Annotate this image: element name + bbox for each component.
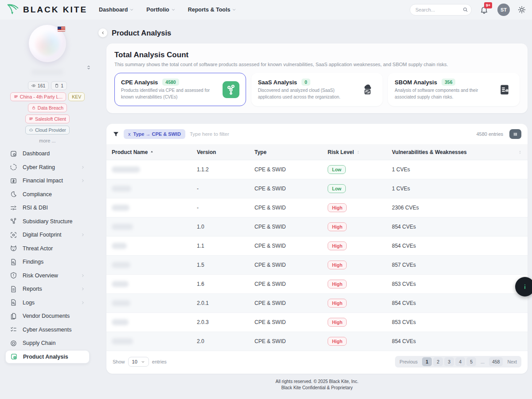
column-header-version[interactable]: Version bbox=[197, 149, 254, 155]
analysis-card-sbom-analysis[interactable]: SBOM Analysis356Analysis of software com… bbox=[388, 73, 520, 106]
analysis-card-cpe-analysis[interactable]: CPE Analysis4580Products identified via … bbox=[114, 73, 246, 106]
tag-badge-salesloft-client[interactable]: Salesloft Client bbox=[25, 115, 70, 123]
updown-chevron-icon bbox=[86, 65, 91, 70]
cell-type: CPE & SWID bbox=[254, 186, 328, 192]
page-button-2[interactable]: 2 bbox=[433, 357, 443, 366]
sidebar-item-product-analysis[interactable]: Product Analysis bbox=[5, 350, 90, 364]
column-settings-button[interactable] bbox=[509, 129, 521, 139]
entries-suffix-label: entries bbox=[152, 359, 167, 364]
column-header-type[interactable]: Type bbox=[254, 149, 328, 155]
stat-badge-1[interactable]: 1 bbox=[51, 81, 67, 90]
user-avatar[interactable]: ST bbox=[497, 4, 510, 16]
sidebar-item-financial-impact[interactable]: Financial Impact bbox=[5, 174, 90, 188]
sidebar-item-compliance[interactable]: Compliance bbox=[5, 188, 90, 201]
table-row[interactable]: 2.0.1CPE & SWIDHigh854 CVEs bbox=[106, 294, 528, 313]
table-row[interactable]: -CPE & SWIDHigh2306 CVEs bbox=[106, 198, 528, 217]
more-badges-link[interactable]: more ... bbox=[5, 138, 90, 143]
filter-chip-type[interactable]: x Type → CPE & SWID bbox=[124, 129, 185, 139]
page-button-458[interactable]: 458 bbox=[489, 357, 503, 366]
sidebar-item-digital-footprint[interactable]: Digital Footprint bbox=[5, 228, 90, 242]
column-header-product-name[interactable]: Product Name bbox=[112, 149, 197, 155]
sidebar-item-logs[interactable]: Logs bbox=[5, 296, 90, 310]
product-name-redacted bbox=[112, 224, 133, 230]
product-name-redacted bbox=[112, 205, 129, 211]
table-row[interactable]: 1.1.2CPE & SWIDLow1 CVEs bbox=[106, 160, 528, 179]
sidebar-item-cyber-rating[interactable]: Cyber Rating bbox=[5, 161, 90, 174]
risk-level-badge: Low bbox=[328, 184, 346, 193]
product-name-redacted bbox=[112, 300, 130, 306]
table-row[interactable]: 1.6CPE & SWIDHigh853 CVEs bbox=[106, 275, 528, 294]
sidebar-item-dashboard[interactable]: Dashboard bbox=[5, 147, 90, 161]
table-row[interactable]: 1.5CPE & SWIDHigh857 CVEs bbox=[106, 256, 528, 275]
page-button-5[interactable]: 5 bbox=[466, 357, 476, 366]
page-button-1[interactable]: 1 bbox=[422, 357, 432, 366]
cell-type: CPE & SWID bbox=[254, 338, 328, 344]
vendor-badges: 1611China - 4th Party L...KEVData Breach… bbox=[5, 81, 90, 134]
table-row[interactable]: 2.0.3CPE & SWIDHigh853 CVEs bbox=[106, 313, 528, 332]
sidebar-item-supply-chain[interactable]: Supply Chain bbox=[5, 336, 90, 350]
sidebar-item-subsidiary-structure[interactable]: Subsidiary Structure bbox=[5, 215, 90, 229]
sidebar-item-reports[interactable]: Reports bbox=[5, 282, 90, 296]
page-button-4[interactable]: 4 bbox=[455, 357, 465, 366]
sliders-icon bbox=[10, 204, 17, 212]
expand-profile-button[interactable] bbox=[86, 65, 91, 70]
chevron-left-icon bbox=[101, 31, 105, 35]
column-header-risk-level[interactable]: Risk Level bbox=[328, 149, 392, 155]
page-button-3[interactable]: 3 bbox=[444, 357, 454, 366]
products-table-card: x Type → CPE & SWID 4580 entries Product… bbox=[106, 124, 528, 374]
table-row[interactable]: 1.0CPE & SWIDHigh854 CVEs bbox=[106, 217, 528, 237]
tag-badge-kev[interactable]: KEV bbox=[68, 92, 85, 101]
tag-badge-china-4th-party-l-[interactable]: China - 4th Party L... bbox=[10, 92, 66, 101]
tag-badge-cloud-provider[interactable]: Cloud Provider bbox=[25, 126, 69, 134]
theme-toggle-button[interactable] bbox=[518, 6, 526, 14]
scan-icon bbox=[10, 231, 17, 239]
sidebar-item-rsi-dbi[interactable]: RSI & DBI bbox=[5, 201, 90, 215]
column-header-vulnerabilities[interactable]: Vulnerabilities & Weaknesses bbox=[392, 149, 522, 155]
us-flag-icon bbox=[58, 27, 65, 32]
brand-logo[interactable]: BLACK KITE bbox=[6, 3, 87, 17]
lock-icon bbox=[31, 106, 36, 110]
risk-level-badge: High bbox=[328, 241, 347, 250]
table-row[interactable]: 2.0CPE & SWIDHigh854 CVEs bbox=[106, 332, 528, 351]
sidebar-item-cyber-assessments[interactable]: Cyber Assessments bbox=[5, 323, 90, 337]
cell-type: CPE & SWID bbox=[254, 243, 328, 249]
table-row[interactable]: -CPE & SWIDLow1 CVEs bbox=[106, 179, 528, 198]
analysis-card-title: SBOM Analysis bbox=[395, 79, 437, 86]
chevron-down-icon bbox=[232, 8, 236, 12]
menu-item-dashboard[interactable]: Dashboard bbox=[99, 7, 134, 13]
sidebar-item-vendor-documents[interactable]: Vendor Documents bbox=[5, 309, 90, 323]
cell-version: - bbox=[197, 205, 254, 211]
table-filter-input[interactable] bbox=[190, 131, 472, 137]
collapse-sidebar-button[interactable] bbox=[98, 28, 107, 37]
cell-type: CPE & SWID bbox=[254, 300, 328, 306]
sidebar-item-threat-actor[interactable]: Threat Actor bbox=[5, 242, 90, 256]
previous-page-button[interactable]: Previous bbox=[396, 357, 421, 366]
stat-badge-161[interactable]: 161 bbox=[28, 81, 49, 90]
risk-level-badge: High bbox=[328, 299, 347, 308]
help-info-button[interactable] bbox=[515, 277, 532, 296]
filter-funnel-icon bbox=[113, 131, 119, 138]
chevron-right-icon bbox=[81, 165, 85, 170]
risk-level-badge: High bbox=[328, 318, 347, 327]
table-footer: Show 10 entries Previous 12345...458 Nex… bbox=[106, 351, 528, 374]
menu-item-portfolio[interactable]: Portfolio bbox=[146, 7, 175, 13]
bars-icon bbox=[14, 95, 18, 99]
risk-level-badge: High bbox=[328, 261, 347, 269]
remove-filter-icon[interactable]: x bbox=[128, 131, 131, 137]
next-page-button[interactable]: Next bbox=[504, 357, 520, 366]
cell-type: CPE & SWID bbox=[254, 319, 328, 325]
cell-vulnerabilities: 2306 CVEs bbox=[392, 205, 522, 211]
sort-icon bbox=[356, 150, 360, 154]
sidebar-item-risk-overview[interactable]: Risk Overview bbox=[5, 269, 90, 283]
cell-version: 1.6 bbox=[197, 281, 254, 287]
tag-badge-data-breach[interactable]: Data Breach bbox=[28, 103, 67, 112]
sidebar-item-findings[interactable]: Findings bbox=[5, 255, 90, 269]
table-row[interactable]: 1.1CPE & SWIDHigh854 CVEs bbox=[106, 237, 528, 256]
analysis-card-saas-analysis[interactable]: SaaS Analysis0Discovered and analyzed cl… bbox=[251, 73, 383, 106]
search-icon bbox=[462, 7, 468, 12]
notifications-button[interactable]: 9+ bbox=[480, 5, 489, 14]
sun-icon bbox=[518, 6, 526, 14]
cell-vulnerabilities: 853 CVEs bbox=[392, 281, 522, 287]
page-size-select[interactable]: 10 bbox=[128, 357, 149, 367]
menu-item-reports-tools[interactable]: Reports & Tools bbox=[188, 7, 237, 13]
